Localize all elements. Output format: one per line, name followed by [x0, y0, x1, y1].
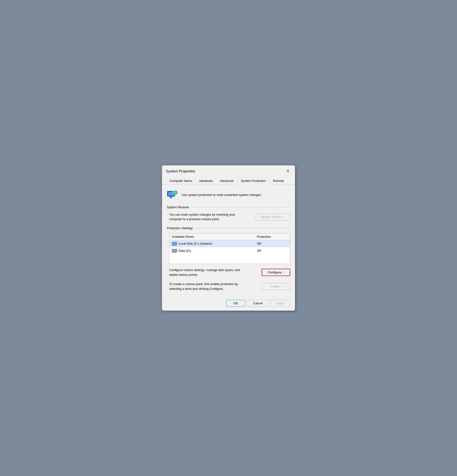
drive-d-label: Data (D:): [178, 249, 191, 253]
create-button[interactable]: Create...: [262, 283, 290, 290]
col-available-drives: Available Drives: [169, 233, 255, 240]
tabs-bar: Computer Name Hardware Advanced System P…: [162, 176, 295, 185]
table-row[interactable]: Local Disk (C:) (System) Off: [169, 240, 290, 247]
dialog-body: Use system protection to undo unwanted s…: [162, 185, 295, 297]
cancel-button[interactable]: Cancel: [247, 300, 268, 307]
create-row: To create a restore point, first enable …: [169, 282, 290, 291]
protection-settings-section-header: Protection Settings: [167, 226, 290, 230]
svg-rect-13: [173, 243, 175, 244]
system-restore-content: You can undo system changes by reverting…: [167, 212, 290, 221]
drive-d-protection: Off: [255, 247, 290, 255]
system-restore-section-header: System Restore: [167, 205, 290, 209]
svg-rect-2: [170, 196, 172, 198]
system-properties-dialog: System Properties ✕ Computer Name Hardwa…: [162, 165, 295, 311]
tab-hardware[interactable]: Hardware: [196, 177, 216, 184]
svg-point-12: [176, 243, 176, 244]
info-row: Use system protection to undo unwanted s…: [167, 189, 290, 201]
system-protection-icon: [167, 189, 178, 201]
section-divider: [191, 207, 290, 207]
configure-button[interactable]: Configure...: [262, 269, 290, 276]
drive-d-icon: [172, 249, 177, 253]
system-restore-button[interactable]: System Restore...: [256, 213, 290, 221]
table-row[interactable]: Data (D:) Off: [169, 247, 290, 255]
info-text: Use system protection to undo unwanted s…: [182, 193, 262, 197]
configure-row: Configure restore settings, manage disk …: [169, 268, 290, 277]
drive-c-label: Local Disk (C:) (System): [178, 242, 212, 245]
svg-rect-23: [174, 252, 175, 253]
dialog-footer: OK Cancel Apply: [162, 297, 295, 311]
dialog-title: System Properties: [166, 169, 195, 173]
svg-point-20: [176, 250, 176, 251]
restore-row: You can undo system changes by reverting…: [169, 212, 290, 221]
protection-settings-title: Protection Settings: [167, 226, 193, 230]
ok-button[interactable]: OK: [226, 300, 245, 307]
tab-advanced[interactable]: Advanced: [216, 177, 237, 184]
system-restore-title: System Restore: [167, 205, 189, 209]
svg-rect-16: [175, 245, 177, 246]
svg-rect-24: [175, 252, 177, 253]
protection-section-divider: [195, 228, 290, 228]
title-bar: System Properties ✕: [162, 165, 295, 175]
protection-settings-content: Available Drives Protection: [167, 233, 290, 291]
tab-system-protection[interactable]: System Protection: [237, 177, 270, 185]
svg-rect-22: [172, 252, 173, 253]
drive-c-icon: [172, 242, 177, 246]
restore-description: You can undo system changes by reverting…: [169, 212, 246, 221]
configure-description: Configure restore settings, manage disk …: [169, 268, 246, 277]
table-empty-row: [169, 255, 290, 264]
create-description: To create a restore point, first enable …: [169, 282, 246, 291]
drive-c-cell: Local Disk (C:) (System): [169, 240, 255, 247]
svg-rect-3: [169, 198, 173, 198]
col-protection: Protection: [255, 233, 290, 240]
apply-button[interactable]: Apply: [270, 300, 290, 307]
svg-rect-14: [172, 245, 173, 246]
drive-d-cell: Data (D:): [169, 247, 255, 255]
svg-rect-21: [173, 250, 175, 251]
tab-remote[interactable]: Remote: [269, 177, 288, 184]
svg-rect-15: [174, 245, 175, 246]
protection-table: Available Drives Protection: [169, 233, 290, 264]
tab-computer-name[interactable]: Computer Name: [166, 177, 196, 184]
drive-c-protection: Off: [255, 240, 290, 247]
close-button[interactable]: ✕: [284, 168, 291, 175]
